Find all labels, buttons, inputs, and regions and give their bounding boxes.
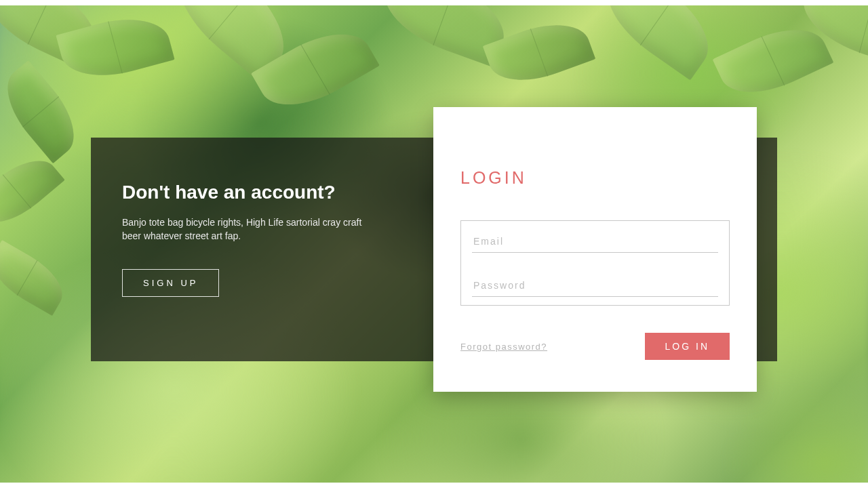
signup-description: Banjo tote bag bicycle rights, High Life… xyxy=(122,216,380,243)
log-in-button[interactable]: LOG IN xyxy=(645,333,730,360)
auth-container: Don't have an account? Banjo tote bag bi… xyxy=(91,107,777,392)
password-field[interactable] xyxy=(472,276,718,297)
email-field-wrap xyxy=(468,226,722,256)
login-title: LOGIN xyxy=(460,168,730,188)
password-field-wrap xyxy=(468,270,722,300)
login-form xyxy=(460,220,730,306)
login-footer: Forgot password? LOG IN xyxy=(460,333,730,360)
sign-up-button[interactable]: SIGN UP xyxy=(122,269,219,297)
forgot-password-link[interactable]: Forgot password? xyxy=(460,342,547,352)
email-field[interactable] xyxy=(472,232,718,253)
top-border xyxy=(0,0,868,5)
bottom-border xyxy=(0,483,868,488)
login-card: LOGIN Forgot password? LOG IN xyxy=(433,107,757,392)
signup-heading: Don't have an account? xyxy=(122,182,397,203)
